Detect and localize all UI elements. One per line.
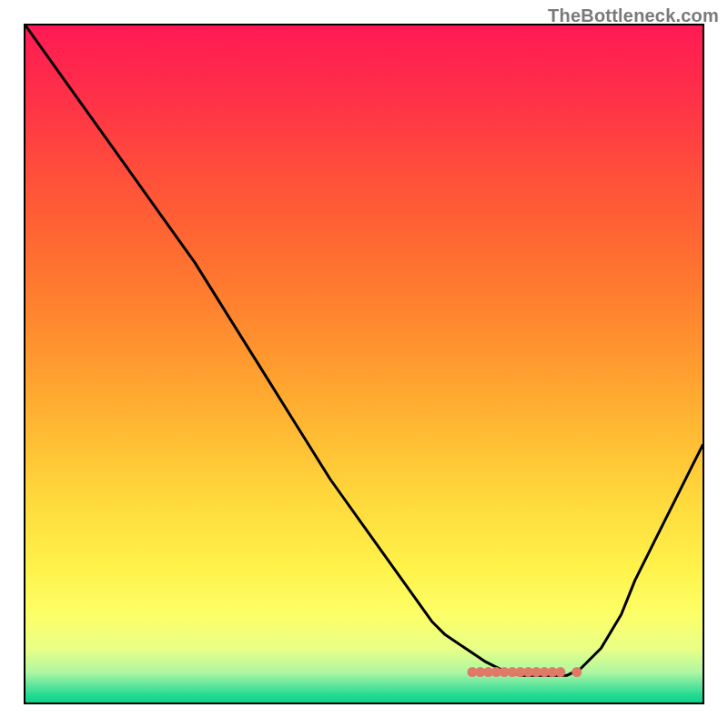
- bottleneck-curve: [25, 25, 703, 675]
- chart-frame: [24, 24, 704, 704]
- marker-dot: [571, 667, 581, 677]
- curve-layer: [25, 25, 703, 703]
- marker-dot: [555, 667, 565, 677]
- chart-area: [25, 25, 703, 703]
